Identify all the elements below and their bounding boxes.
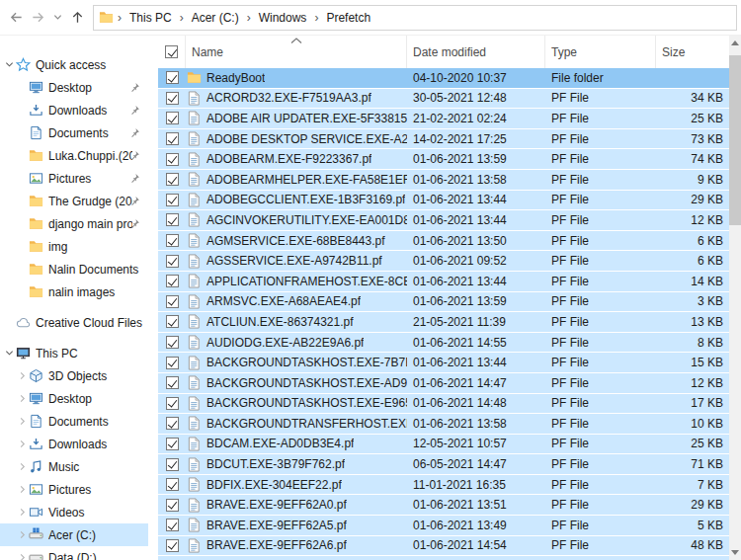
sidebar-item-pictures[interactable]: Pictures xyxy=(0,478,148,501)
row-checkbox[interactable] xyxy=(166,438,179,450)
breadcrumb-segment-acer-c[interactable]: Acer (C:) xyxy=(185,11,246,25)
row-checkbox[interactable] xyxy=(166,275,179,287)
sidebar-item-luka-chuppi-201[interactable]: Luka.Chuppi.(201 xyxy=(0,144,148,167)
sidebar-item-documents[interactable]: Documents xyxy=(0,410,148,433)
row-checkbox[interactable] xyxy=(166,153,179,166)
sidebar-item-data-d[interactable]: Data (D:) xyxy=(0,546,148,560)
file-row[interactable]: AGMSERVICE.EXE-68BE8443.pf01-06-2021 13:… xyxy=(158,231,729,251)
address-bar[interactable]: › This PC›Acer (C:)›Windows›Prefetch xyxy=(93,5,737,31)
scrollbar-thumb[interactable] xyxy=(729,55,741,225)
sidebar-item-desktop[interactable]: Desktop xyxy=(0,76,148,99)
up-button[interactable] xyxy=(67,6,87,30)
row-checkbox[interactable] xyxy=(166,417,179,430)
file-row[interactable]: BDFIX.EXE-304EEF22.pf11-01-2021 16:35PF … xyxy=(158,475,729,495)
sidebar-item-desktop[interactable]: Desktop xyxy=(0,387,148,410)
sidebar-item-pictures[interactable]: Pictures xyxy=(0,167,148,190)
chevron-right-icon[interactable] xyxy=(17,552,28,560)
row-checkbox[interactable] xyxy=(166,478,179,491)
file-row[interactable]: ReadyBoot04-10-2020 10:37File folder xyxy=(158,68,729,88)
row-checkbox[interactable] xyxy=(166,295,179,308)
sidebar-item-django-main-projec[interactable]: django main projec xyxy=(0,212,148,235)
back-button[interactable] xyxy=(6,6,26,30)
row-checkbox[interactable] xyxy=(166,234,179,247)
file-row[interactable]: BACKGROUNDTASKHOST.EXE-AD9A3...01-06-202… xyxy=(158,373,729,393)
select-all-checkbox[interactable] xyxy=(165,45,178,58)
sidebar-item-creative-cloud-files[interactable]: Creative Cloud Files xyxy=(0,311,148,334)
sidebar-item-this-pc[interactable]: This PC xyxy=(0,342,148,364)
chevron-right-icon[interactable] xyxy=(17,461,28,472)
file-row[interactable]: BRAVE.EXE-9EFF62A5.pf01-06-2021 13:49PF … xyxy=(158,516,729,535)
row-checkbox[interactable] xyxy=(166,194,179,206)
file-row[interactable]: ADOBE DESKTOP SERVICE.EXE-A2925...14-02-… xyxy=(158,129,729,149)
chevron-right-icon[interactable] xyxy=(17,439,28,449)
sidebar-item-quick-access[interactable]: Quick access xyxy=(0,53,148,76)
row-checkbox[interactable] xyxy=(166,499,179,512)
file-row[interactable]: ARMSVC.EXE-A68AEAE4.pf01-06-2021 13:59PF… xyxy=(158,292,729,312)
sidebar-item-acer-c[interactable]: Acer (C:) xyxy=(0,523,148,546)
sidebar-item-videos[interactable]: Videos xyxy=(0,501,148,523)
row-checkbox[interactable] xyxy=(166,173,179,186)
file-row[interactable]: APPLICATIONFRAMEHOST.EXE-8CE9A...01-06-2… xyxy=(158,272,729,291)
file-row[interactable]: BACKGROUNDTASKHOST.EXE-E965D7...01-06-20… xyxy=(158,394,729,414)
file-row[interactable]: BRAVE.EXE-9EFF62A0.pf01-06-2021 13:51PF … xyxy=(158,495,729,515)
file-row[interactable]: ACRORD32.EXE-F7519AA3.pf30-05-2021 12:48… xyxy=(158,89,729,109)
row-checkbox[interactable] xyxy=(166,92,179,105)
row-checkbox[interactable] xyxy=(166,376,179,389)
row-checkbox[interactable] xyxy=(166,397,179,410)
column-header-size[interactable]: Size xyxy=(656,36,729,68)
sidebar-item-nalin-images[interactable]: nalin images xyxy=(0,280,148,303)
file-row[interactable]: BACKGROUNDTASKHOST.EXE-7B7E27...01-06-20… xyxy=(158,353,729,372)
sidebar-item-music[interactable]: Music xyxy=(0,455,148,478)
sidebar-item-3d-objects[interactable]: 3D Objects xyxy=(0,364,148,387)
row-checkbox[interactable] xyxy=(166,539,179,552)
chevron-down-icon[interactable] xyxy=(4,348,15,359)
file-row[interactable]: BDCUT.EXE-3B79F762.pf06-05-2021 14:47PF … xyxy=(158,454,729,474)
file-row[interactable]: ADOBEGCCLIENT.EXE-1B3F3169.pf01-06-2021 … xyxy=(158,191,729,210)
file-row[interactable]: ATCLIUN.EXE-86374321.pf21-05-2021 11:39P… xyxy=(158,312,729,332)
sidebar-item-documents[interactable]: Documents xyxy=(0,121,148,144)
column-header-type[interactable]: Type xyxy=(545,36,656,68)
row-checkbox[interactable] xyxy=(166,71,179,84)
sidebar-item-nalin-documents[interactable]: Nalin Documents xyxy=(0,258,148,280)
chevron-right-icon[interactable] xyxy=(17,529,28,540)
breadcrumb-segment-this-pc[interactable]: This PC xyxy=(123,11,179,25)
sidebar-item-img[interactable]: img xyxy=(0,235,148,258)
breadcrumb-segment-prefetch[interactable]: Prefetch xyxy=(319,11,377,25)
row-checkbox[interactable] xyxy=(166,213,179,226)
file-row[interactable]: AUDIODG.EXE-AB22E9A6.pf01-06-2021 14:55P… xyxy=(158,333,729,353)
breadcrumb-segment-windows[interactable]: Windows xyxy=(252,11,314,25)
sidebar-item-downloads[interactable]: Downloads xyxy=(0,99,148,121)
file-row[interactable]: AGCINVOKERUTILITY.EXE-EA001D86.pf01-06-2… xyxy=(158,210,729,230)
file-row[interactable]: ADOBE AIR UPDATER.EXE-5F338158.pf21-02-2… xyxy=(158,109,729,128)
recent-locations-button[interactable] xyxy=(49,6,65,30)
row-checkbox[interactable] xyxy=(166,132,179,145)
chevron-right-icon[interactable] xyxy=(17,484,28,495)
chevron-right-icon[interactable] xyxy=(17,507,28,518)
file-row[interactable]: ADOBEARM.EXE-F9223367.pf01-06-2021 13:59… xyxy=(158,149,729,169)
row-checkbox[interactable] xyxy=(166,255,179,268)
row-checkbox[interactable] xyxy=(166,519,179,531)
file-row[interactable]: BDCAM.EXE-AD0DB3E4.pf12-05-2021 10:57PF … xyxy=(158,435,729,454)
chevron-down-icon[interactable] xyxy=(4,59,15,70)
file-row[interactable]: AGSSERVICE.EXE-A9742B11.pf01-06-2021 09:… xyxy=(158,251,729,271)
scroll-down-button[interactable] xyxy=(729,545,741,560)
row-checkbox[interactable] xyxy=(166,112,179,124)
column-header-name[interactable]: Name xyxy=(186,36,407,68)
file-size: 8 KB xyxy=(656,336,729,350)
column-header-date-modified[interactable]: Date modified xyxy=(407,36,545,68)
sidebar-item-downloads[interactable]: Downloads xyxy=(0,433,148,455)
row-checkbox[interactable] xyxy=(166,357,179,369)
scroll-up-button[interactable] xyxy=(729,36,741,50)
row-checkbox[interactable] xyxy=(166,336,179,349)
file-row[interactable]: ADOBEARMHELPER.EXE-FA58E1EF.pf01-06-2021… xyxy=(158,170,729,190)
file-row[interactable]: BRAVE.EXE-9EFF62A6.pf01-06-2021 14:54PF … xyxy=(158,536,729,556)
forward-button[interactable] xyxy=(28,6,47,30)
sidebar-item-the-grudge-200[interactable]: The Grudge (200 xyxy=(0,190,148,212)
chevron-right-icon[interactable] xyxy=(17,393,28,404)
chevron-right-icon[interactable] xyxy=(17,416,28,427)
chevron-right-icon[interactable] xyxy=(17,370,28,381)
vertical-scrollbar[interactable] xyxy=(729,36,741,560)
row-checkbox[interactable] xyxy=(166,458,179,471)
file-row[interactable]: BACKGROUNDTRANSFERHOST.EXE-F...01-06-202… xyxy=(158,414,729,434)
row-checkbox[interactable] xyxy=(166,315,179,328)
